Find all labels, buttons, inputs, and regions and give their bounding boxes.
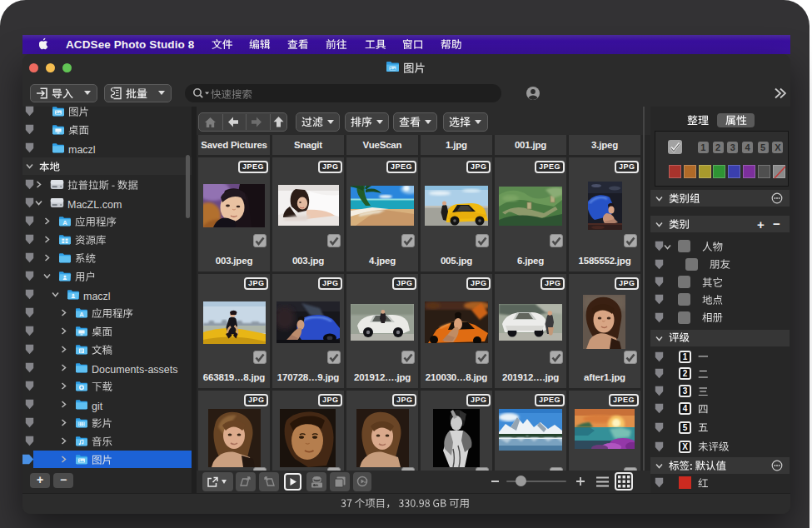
svg-text:A: A [79, 311, 84, 318]
svg-text:A: A [62, 219, 67, 227]
